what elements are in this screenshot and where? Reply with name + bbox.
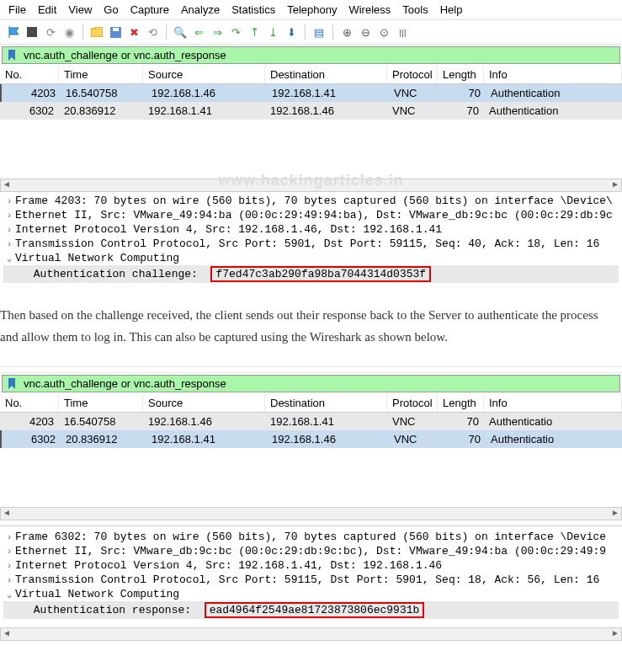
start-capture-icon[interactable] [5, 24, 22, 40]
tree-tcp[interactable]: ›Transmission Control Protocol, Src Port… [3, 573, 619, 587]
packet-row[interactable]: 6302 20.836912 192.168.1.41 192.168.1.46… [0, 430, 622, 448]
cell-proto: VNC [387, 413, 438, 430]
display-filter-bar [2, 46, 620, 64]
cell-src: 192.168.1.46 [145, 84, 267, 102]
cell-src: 192.168.1.46 [143, 413, 265, 430]
resize-columns-icon[interactable]: ⫼ [394, 24, 411, 40]
display-filter-input[interactable] [21, 376, 619, 392]
expand-icon[interactable]: › [3, 547, 15, 557]
tree-frame[interactable]: ›Frame 4203: 70 bytes on wire (560 bits)… [3, 194, 619, 208]
cell-time: 16.540758 [61, 84, 145, 102]
tree-vnc[interactable]: ⌄Virtual Network Computing [3, 587, 619, 601]
menu-view[interactable]: View [68, 3, 92, 16]
tree-ip[interactable]: ›Internet Protocol Version 4, Src: 192.1… [3, 222, 619, 237]
col-info[interactable]: Info [484, 394, 622, 412]
col-length[interactable]: Length [438, 66, 484, 83]
menu-analyze[interactable]: Analyze [181, 3, 220, 16]
go-forward-icon[interactable]: ⇒ [209, 24, 226, 40]
cell-dst: 192.168.1.46 [265, 102, 387, 120]
col-source[interactable]: Source [143, 394, 265, 412]
cell-dst: 192.168.1.46 [267, 430, 389, 448]
col-destination[interactable]: Destination [265, 394, 387, 412]
tree-auth-response[interactable]: Authentication response: ead4964f2549ae8… [3, 601, 619, 619]
col-length[interactable]: Length [438, 394, 484, 412]
menu-wireless[interactable]: Wireless [348, 3, 391, 16]
auth-response-label: Authentication response: [34, 604, 191, 616]
menu-capture[interactable]: Capture [130, 3, 169, 16]
menu-telephony[interactable]: Telephony [287, 3, 337, 16]
col-protocol[interactable]: Protocol [387, 394, 438, 412]
col-no[interactable]: No. [0, 66, 59, 83]
expand-icon[interactable]: › [3, 239, 15, 249]
cell-no: 6302 [2, 430, 61, 448]
expand-icon[interactable]: › [3, 575, 15, 585]
find-packet-icon[interactable]: 🔍 [172, 24, 189, 40]
packet-row[interactable]: 4203 16.540758 192.168.1.46 192.168.1.41… [0, 413, 622, 430]
expand-icon[interactable]: › [3, 225, 15, 235]
packet-list-empty [0, 448, 622, 507]
cell-no: 4203 [0, 413, 59, 430]
packet-list-header: No. Time Source Destination Protocol Len… [0, 394, 622, 413]
tree-vnc[interactable]: ⌄Virtual Network Computing [3, 251, 619, 265]
main-toolbar: ⟳ ◉ ✖ ⟲ 🔍 ⇐ ⇒ ↷ ⤒ ⤓ ⬇ ▤ ⊕ ⊖ ⊙ ⫼ [0, 20, 622, 45]
h-scrollbar[interactable] [0, 627, 622, 641]
cell-len: 70 [439, 84, 486, 102]
tree-ethernet[interactable]: ›Ethernet II, Src: VMware_49:94:ba (00:0… [3, 208, 619, 222]
menu-statistics[interactable]: Statistics [231, 3, 275, 16]
bookmark-icon[interactable] [5, 49, 19, 62]
menu-go[interactable]: Go [104, 3, 118, 16]
menu-help[interactable]: Help [440, 3, 463, 16]
go-first-icon[interactable]: ⤒ [246, 24, 263, 40]
tree-auth-challenge[interactable]: Authentication challenge: f7ed47c3ab290f… [3, 265, 619, 283]
wireshark-window-2: No. Time Source Destination Protocol Len… [0, 366, 622, 641]
auto-scroll-icon[interactable]: ⬇ [283, 24, 300, 40]
cell-src: 192.168.1.41 [145, 430, 267, 448]
zoom-out-icon[interactable]: ⊖ [357, 24, 374, 40]
svg-rect-2 [113, 28, 119, 31]
expand-icon[interactable]: › [3, 211, 15, 221]
col-source[interactable]: Source [143, 66, 265, 83]
cell-time: 20.836912 [61, 430, 145, 448]
zoom-reset-icon[interactable]: ⊙ [375, 24, 392, 40]
cell-no: 4203 [2, 84, 61, 102]
stop-capture-icon[interactable] [24, 24, 40, 40]
expand-icon[interactable]: › [3, 532, 15, 542]
h-scrollbar[interactable] [0, 507, 622, 520]
restart-capture-icon[interactable]: ⟳ [42, 24, 59, 40]
open-file-icon[interactable] [88, 24, 105, 40]
go-back-icon[interactable]: ⇐ [190, 24, 207, 40]
collapse-icon[interactable]: ⌄ [3, 589, 15, 600]
capture-options-icon[interactable]: ◉ [61, 24, 77, 40]
col-protocol[interactable]: Protocol [387, 66, 438, 83]
collapse-icon[interactable]: ⌄ [3, 253, 15, 264]
bookmark-icon[interactable] [5, 377, 19, 391]
menu-tools[interactable]: Tools [402, 3, 428, 16]
h-scrollbar[interactable] [0, 179, 622, 192]
tree-ip[interactable]: ›Internet Protocol Version 4, Src: 192.1… [3, 558, 619, 573]
col-no[interactable]: No. [0, 394, 59, 412]
menu-file[interactable]: File [8, 3, 26, 16]
menu-bar: File Edit View Go Capture Analyze Statis… [0, 0, 622, 20]
zoom-in-icon[interactable]: ⊕ [338, 24, 355, 40]
toolbar-separator [166, 24, 167, 40]
colorize-icon[interactable]: ▤ [311, 24, 327, 40]
save-file-icon[interactable] [107, 24, 124, 40]
close-file-icon[interactable]: ✖ [125, 24, 142, 40]
packet-row[interactable]: 4203 16.540758 192.168.1.46 192.168.1.41… [0, 84, 622, 102]
col-destination[interactable]: Destination [265, 66, 387, 83]
expand-icon[interactable]: › [3, 196, 15, 206]
reload-icon[interactable]: ⟲ [144, 24, 161, 40]
expand-icon[interactable]: › [3, 561, 15, 571]
tree-frame[interactable]: ›Frame 6302: 70 bytes on wire (560 bits)… [3, 530, 619, 544]
go-last-icon[interactable]: ⤓ [264, 24, 281, 40]
tree-ethernet[interactable]: ›Ethernet II, Src: VMware_db:9c:bc (00:0… [3, 544, 619, 558]
tree-tcp[interactable]: ›Transmission Control Protocol, Src Port… [3, 237, 619, 251]
cell-proto: VNC [387, 102, 438, 120]
col-time[interactable]: Time [59, 66, 143, 83]
display-filter-input[interactable] [21, 47, 619, 63]
col-info[interactable]: Info [484, 66, 622, 83]
menu-edit[interactable]: Edit [38, 3, 56, 16]
col-time[interactable]: Time [59, 394, 143, 412]
jump-to-icon[interactable]: ↷ [227, 24, 244, 40]
packet-row[interactable]: 6302 20.836912 192.168.1.41 192.168.1.46… [0, 102, 622, 120]
